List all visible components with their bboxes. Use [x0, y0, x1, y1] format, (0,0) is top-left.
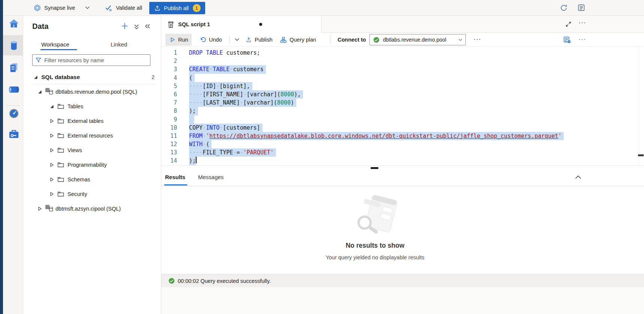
tree-item-external-tables[interactable]: External tables	[23, 114, 161, 128]
tab-sql-script-1[interactable]: SQL script 1	[161, 16, 321, 33]
line-content[interactable]: DROP TABLE customers;	[189, 49, 260, 57]
line-number[interactable]: 5	[161, 82, 177, 90]
code-line-12[interactable]: 12WITH·(	[161, 140, 644, 148]
editor-scrollbar-track[interactable]	[639, 47, 639, 165]
line-content[interactable]: ····[FIRST_NAME]·[varchar](8000),	[189, 90, 303, 99]
status-message: 00:00:02 Query executed successfully.	[178, 278, 271, 284]
line-content[interactable]: (	[189, 74, 195, 82]
toolbar-more-icon[interactable]: ···	[473, 35, 481, 43]
line-content[interactable]: );	[189, 107, 198, 115]
home-icon[interactable]	[7, 18, 21, 30]
code-line-7[interactable]: 7····[LAST_NAME]·[varchar](8000)	[161, 99, 644, 107]
line-content[interactable]: WITH·(	[189, 140, 212, 148]
line-number[interactable]: 12	[161, 140, 177, 148]
collapse-results-chevron-icon[interactable]	[575, 175, 581, 179]
integrate-icon[interactable]	[7, 84, 21, 96]
line-content[interactable]: ····FILE_TYPE·=·'PARQUET'	[189, 148, 276, 157]
splitter-handle[interactable]	[371, 167, 378, 169]
line-number[interactable]: 6	[161, 90, 177, 99]
code-editor[interactable]: 1DROP TABLE customers;23CREATE·TABLE·cus…	[161, 47, 644, 165]
code-line-13[interactable]: 13····FILE_TYPE·=·'PARQUET'	[161, 148, 644, 157]
line-content[interactable]: ····[LAST_NAME]·[varchar](8000)	[189, 99, 296, 107]
code-line-5[interactable]: 5····[ID]·[bigint],	[161, 82, 644, 90]
code-line-14[interactable]: 14);	[161, 157, 644, 165]
tree-item-dbtmsft-azsyn-cipool-sql[interactable]: dbtmsft.azsyn.cipool (SQL)	[23, 201, 161, 216]
line-number[interactable]: 9	[161, 115, 177, 124]
tree-item-security[interactable]: Security	[23, 187, 161, 201]
notes-panel-icon[interactable]	[578, 4, 585, 12]
tab-messages[interactable]: Messages	[198, 174, 224, 180]
collapsed-triangle-icon[interactable]	[38, 206, 45, 211]
line-number[interactable]: 11	[161, 132, 177, 140]
expanded-triangle-icon[interactable]	[38, 90, 45, 94]
line-number[interactable]: 13	[161, 148, 177, 157]
code-line-4[interactable]: 4(	[161, 74, 644, 82]
tree-item-tables[interactable]: Tables	[23, 99, 161, 114]
code-line-10[interactable]: 10COPY·INTO·[customers]	[161, 124, 644, 132]
tree-item-external-resources[interactable]: External resources	[23, 128, 161, 143]
line-number[interactable]: 10	[161, 124, 177, 132]
tab-linked[interactable]: Linked	[111, 39, 127, 50]
line-number[interactable]: 7	[161, 99, 177, 107]
develop-icon[interactable]	[7, 62, 21, 74]
tab-more-icon[interactable]: ···	[578, 19, 586, 27]
undo-button[interactable]: Undo	[200, 33, 222, 46]
tab-workspace[interactable]: Workspace	[41, 39, 69, 50]
filter-input[interactable]	[44, 57, 150, 63]
code-line-9[interactable]: 9	[161, 115, 644, 124]
code-line-3[interactable]: 3CREATE·TABLE·customers	[161, 65, 644, 73]
line-number[interactable]: 8	[161, 107, 177, 115]
code-line-8[interactable]: 8);	[161, 107, 644, 115]
tree-item-dbtlabs-revenue-demo-pool-sql[interactable]: dbtlabs.revenue.demo.pool (SQL)	[23, 84, 161, 99]
collapsed-triangle-icon[interactable]	[50, 148, 57, 153]
expanded-triangle-icon[interactable]	[34, 75, 41, 79]
collapsed-triangle-icon[interactable]	[50, 119, 57, 123]
line-content[interactable]: CREATE·TABLE·customers	[189, 65, 266, 73]
line-number[interactable]: 1	[161, 49, 177, 57]
data-icon[interactable]	[7, 39, 21, 51]
collapse-all-icon[interactable]	[134, 24, 139, 30]
collapsed-triangle-icon[interactable]	[50, 163, 57, 167]
manage-icon[interactable]	[7, 128, 21, 140]
monitor-icon[interactable]	[7, 108, 21, 120]
code-line-2[interactable]: 2	[161, 57, 644, 65]
line-number[interactable]: 4	[161, 74, 177, 82]
collapsed-triangle-icon[interactable]	[50, 133, 57, 138]
tree-item-views[interactable]: Views	[23, 143, 161, 157]
line-content[interactable]: ····[ID]·[bigint],	[189, 82, 252, 90]
tree-item-schemas[interactable]: Schemas	[23, 172, 161, 187]
tree-item-programmability[interactable]: Programmability	[23, 157, 161, 172]
line-content[interactable]: FROM·'https://dbtlabsynapsedatalake.blob…	[189, 132, 564, 140]
publish-button[interactable]: Publish	[246, 33, 273, 46]
code-line-1[interactable]: 1DROP TABLE customers;	[161, 49, 644, 57]
refresh-icon[interactable]	[560, 4, 567, 12]
code-line-6[interactable]: 6····[FIRST_NAME]·[varchar](8000),	[161, 90, 644, 99]
line-number[interactable]: 14	[161, 157, 177, 165]
line-content[interactable]: COPY·INTO·[customers]	[189, 124, 263, 132]
tree-item-sql-database[interactable]: SQL database2	[23, 70, 161, 84]
run-button[interactable]: Run	[170, 33, 188, 46]
validate-all-button[interactable]: Validate all	[105, 0, 142, 16]
undo-dropdown-chevron-icon[interactable]	[235, 38, 239, 41]
tab-results[interactable]: Results	[165, 174, 185, 180]
code-line-11[interactable]: 11FROM·'https://dbtlabsynapsedatalake.bl…	[161, 132, 644, 140]
properties-icon[interactable]	[563, 36, 571, 43]
line-content[interactable]	[189, 115, 194, 124]
chevron-down-icon[interactable]	[85, 6, 90, 9]
collapse-panel-icon[interactable]	[145, 24, 150, 29]
line-content[interactable]: );	[189, 157, 196, 165]
collapsed-triangle-icon[interactable]	[50, 177, 57, 182]
pool-select-dropdown[interactable]: dbtlabs.revenue.demo.pool	[369, 34, 466, 45]
line-number[interactable]: 3	[161, 65, 177, 73]
add-resource-icon[interactable]	[121, 22, 128, 30]
publish-all-button[interactable]: Publish all 1	[149, 2, 205, 14]
data-explorer-panel: Data Workspace Linked SQL database2dbtla…	[23, 16, 161, 314]
query-plan-button[interactable]: Query plan	[280, 33, 316, 46]
collapsed-triangle-icon[interactable]	[50, 192, 57, 196]
synapse-live-selector[interactable]: Synapse live	[34, 0, 90, 16]
expanded-triangle-icon[interactable]	[50, 104, 57, 109]
expand-editor-icon[interactable]	[565, 21, 572, 27]
line-number[interactable]: 2	[161, 57, 177, 65]
editor-results-splitter[interactable]	[161, 165, 644, 171]
editor-more-icon[interactable]: ···	[578, 35, 586, 43]
